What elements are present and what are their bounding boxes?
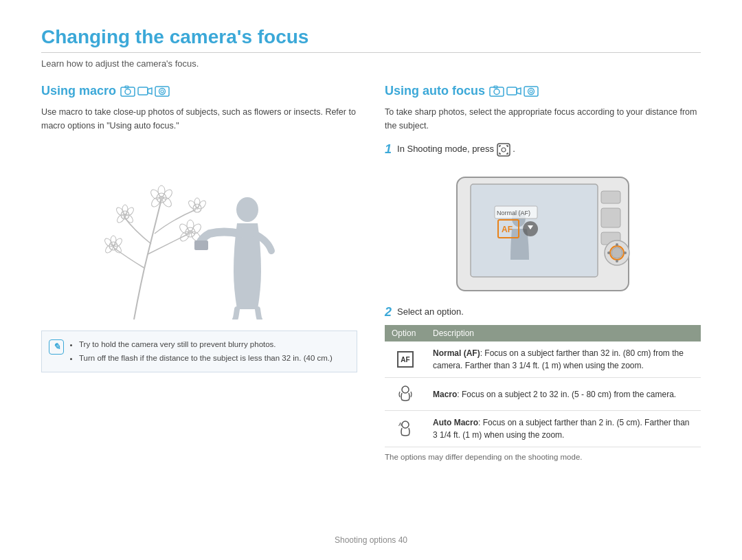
macro-option-bold: Macro: [433, 390, 457, 399]
svg-rect-63: [601, 208, 620, 227]
automacro-option-bold: Auto Macro: [433, 418, 478, 427]
macro-section-icons: [120, 85, 170, 97]
table-row: Macro: Focus on a subject 2 to 32 in. (5…: [385, 378, 701, 411]
tips-icon: ✎: [49, 339, 64, 355]
step-2: 2 Select an option.: [385, 305, 701, 319]
table-row: A Auto Macro: Focus on a subject farther…: [385, 411, 701, 447]
step-2-number: 2: [385, 306, 392, 318]
camera-screen-diagram: Normal (AF) AF: [436, 164, 649, 294]
title-divider: [41, 52, 701, 53]
svg-point-52: [502, 148, 506, 152]
col-description: Description: [426, 325, 701, 341]
svg-point-17: [122, 205, 128, 214]
svg-point-49: [528, 89, 535, 95]
svg-marker-47: [517, 88, 521, 94]
step-2-text: Select an option.: [397, 305, 464, 319]
automacro-description: Auto Macro: Focus on a subject farther t…: [426, 411, 701, 447]
table-header-row: Option Description: [385, 325, 701, 341]
macro-icon: [396, 383, 414, 401]
svg-point-38: [149, 188, 161, 201]
right-column: Using auto focus: [385, 84, 701, 461]
macro-description: Macro: Focus on a subject 2 to 32 in. (5…: [426, 378, 701, 411]
svg-point-1: [125, 89, 131, 95]
svg-rect-3: [138, 87, 148, 95]
svg-marker-4: [148, 88, 152, 94]
svg-point-7: [161, 90, 164, 93]
svg-point-72: [402, 386, 409, 393]
camera-icon: [120, 85, 135, 97]
svg-text:AF: AF: [502, 225, 513, 234]
photo-icon2: [524, 85, 539, 97]
autofocus-description: To take sharp photos, select the appropr…: [385, 105, 701, 133]
camera-icon2: [489, 85, 504, 97]
af-icon-cell: AF: [385, 341, 426, 378]
svg-text:A: A: [398, 421, 403, 427]
svg-point-50: [530, 90, 532, 93]
automacro-icon-cell: A: [385, 411, 426, 447]
svg-point-25: [190, 222, 203, 235]
step-1: 1 In Shooting mode, press .: [385, 142, 701, 157]
svg-point-41: [236, 197, 258, 222]
two-column-layout: Using macro: [41, 84, 701, 461]
page-subtitle: Learn how to adjust the camera's focus.: [41, 58, 701, 69]
svg-point-66: [611, 247, 622, 258]
options-table: Option Description AF Normal (AF): Focus…: [385, 325, 701, 447]
af-description: Normal (AF): Focus on a subject farther …: [426, 341, 701, 378]
svg-point-73: [402, 421, 409, 428]
af-icon: AF: [397, 351, 414, 368]
tips-list: Try to hold the camera very still to pre…: [69, 338, 333, 365]
page-title: Changing the camera's focus: [41, 26, 701, 48]
svg-point-68: [616, 243, 618, 246]
svg-rect-46: [507, 87, 517, 95]
svg-point-71: [624, 251, 627, 254]
tip-item-1: Try to hold the camera very still to pre…: [79, 338, 333, 352]
tip-item-2: Turn off the flash if the distance to th…: [79, 352, 333, 366]
video-icon2: [506, 85, 521, 97]
svg-point-70: [607, 251, 610, 254]
svg-point-31: [194, 198, 200, 208]
svg-point-10: [111, 236, 116, 245]
auto-macro-icon: A: [396, 418, 414, 436]
macro-section-title: Using macro: [41, 84, 357, 98]
macro-description: Use macro to take close-up photos of sub…: [41, 105, 357, 133]
af-option-bold: Normal (AF): [433, 348, 480, 358]
tips-box: ✎ Try to hold the camera very still to p…: [41, 331, 357, 372]
page-footer: Shooting options 40: [0, 535, 742, 545]
left-column: Using macro: [41, 84, 357, 461]
svg-point-6: [159, 89, 166, 95]
autofocus-section-icons: [489, 85, 539, 97]
page-container: Changing the camera's focus Learn how to…: [0, 0, 742, 482]
svg-point-44: [494, 89, 499, 95]
table-row: AF Normal (AF): Focus on a subject farth…: [385, 341, 701, 378]
svg-point-37: [161, 188, 174, 201]
focus-button-icon: [497, 143, 510, 157]
flower-illustration: [93, 144, 306, 320]
svg-rect-62: [601, 191, 620, 203]
video-icon: [137, 85, 153, 97]
tips-content: Try to hold the camera very still to pre…: [69, 338, 333, 365]
step-1-number: 1: [385, 143, 392, 155]
table-footer-note: The options may differ depending on the …: [385, 453, 701, 461]
autofocus-section-title: Using auto focus: [385, 84, 701, 98]
svg-text:Normal (AF): Normal (AF): [497, 210, 530, 216]
photo-icon: [155, 85, 170, 97]
macro-illustration: [41, 142, 357, 321]
svg-point-69: [616, 260, 618, 262]
macro-icon-cell: [385, 378, 426, 411]
macro-option-rest: : Focus on a subject 2 to 32 in. (5 - 80…: [457, 390, 676, 399]
col-option: Option: [385, 325, 426, 341]
svg-rect-42: [194, 240, 208, 250]
step-1-text: In Shooting mode, press .: [397, 142, 515, 157]
camera-diagram: Normal (AF) AF: [385, 164, 701, 294]
